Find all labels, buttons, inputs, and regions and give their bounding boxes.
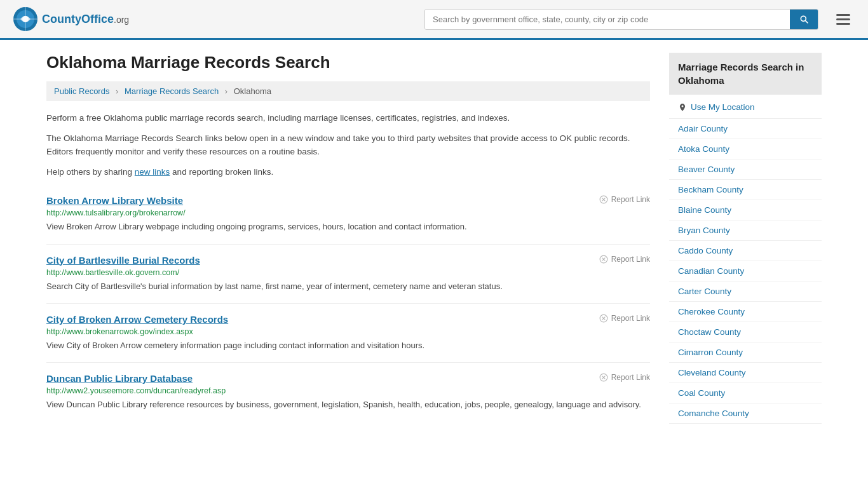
description-3-pre: Help others by sharing bbox=[46, 167, 135, 177]
result-title-2[interactable]: City of Broken Arrow Cemetery Records bbox=[46, 314, 228, 325]
result-item: Duncan Public Library Database Report Li… bbox=[46, 363, 650, 421]
result-header: Broken Arrow Library Website Report Link bbox=[46, 195, 650, 206]
sidebar-county-canadian-county[interactable]: Canadian County bbox=[669, 261, 822, 281]
sidebar-county-carter-county[interactable]: Carter County bbox=[669, 281, 822, 302]
breadcrumb-public-records[interactable]: Public Records bbox=[54, 86, 109, 96]
report-icon-3 bbox=[599, 373, 608, 382]
sidebar-county-choctaw-county[interactable]: Choctaw County bbox=[669, 322, 822, 342]
report-link-0[interactable]: Report Link bbox=[599, 195, 650, 204]
result-desc-3: View Duncan Public Library reference res… bbox=[46, 398, 650, 411]
result-item: Broken Arrow Library Website Report Link… bbox=[46, 185, 650, 244]
description-3-post: and reporting broken links. bbox=[170, 167, 273, 177]
sidebar-county-comanche-county[interactable]: Comanche County bbox=[669, 403, 822, 424]
sidebar-county-blaine-county[interactable]: Blaine County bbox=[669, 200, 822, 220]
breadcrumb-sep-1: › bbox=[116, 86, 118, 96]
sidebar-county-caddo-county[interactable]: Caddo County bbox=[669, 241, 822, 261]
new-links-link[interactable]: new links bbox=[135, 167, 170, 177]
logo-link[interactable]: CountyOffice.org bbox=[13, 6, 129, 32]
menu-button[interactable] bbox=[831, 11, 855, 27]
breadcrumb-current: Oklahoma bbox=[234, 86, 271, 96]
result-url-2[interactable]: http://www.brokenarrowok.gov/index.aspx bbox=[46, 327, 650, 336]
sidebar-county-adair-county[interactable]: Adair County bbox=[669, 119, 822, 139]
sidebar-county-cherokee-county[interactable]: Cherokee County bbox=[669, 302, 822, 322]
result-title-1[interactable]: City of Bartlesville Burial Records bbox=[46, 255, 200, 266]
result-title-3[interactable]: Duncan Public Library Database bbox=[46, 373, 193, 384]
description-2: The Oklahoma Marriage Records Search lin… bbox=[46, 132, 650, 159]
search-icon bbox=[799, 14, 809, 24]
results-container: Broken Arrow Library Website Report Link… bbox=[46, 185, 650, 421]
sidebar: Marriage Records Search in Oklahoma Use … bbox=[669, 53, 822, 424]
report-link-2[interactable]: Report Link bbox=[599, 314, 650, 323]
logo-suffix: .org bbox=[114, 15, 129, 25]
breadcrumb-sep-2: › bbox=[225, 86, 227, 96]
result-title-0[interactable]: Broken Arrow Library Website bbox=[46, 195, 183, 206]
menu-bar-3 bbox=[836, 23, 850, 25]
report-icon-1 bbox=[599, 255, 608, 264]
breadcrumb-marriage-records-search[interactable]: Marriage Records Search bbox=[125, 86, 219, 96]
sidebar-county-coal-county[interactable]: Coal County bbox=[669, 383, 822, 403]
sidebar-county-bryan-county[interactable]: Bryan County bbox=[669, 220, 822, 241]
page-title: Oklahoma Marriage Records Search bbox=[46, 53, 650, 72]
result-desc-2: View City of Broken Arrow cemetery infor… bbox=[46, 339, 650, 352]
result-url-3[interactable]: http://www2.youseemore.com/duncan/readyr… bbox=[46, 386, 650, 395]
use-location-button[interactable]: Use My Location bbox=[669, 96, 822, 119]
result-item: City of Bartlesville Burial Records Repo… bbox=[46, 245, 650, 304]
result-url-1[interactable]: http://www.bartlesville.ok.govern.com/ bbox=[46, 268, 650, 277]
logo-icon bbox=[13, 6, 38, 32]
site-header: CountyOffice.org bbox=[0, 0, 868, 40]
result-item: City of Broken Arrow Cemetery Records Re… bbox=[46, 304, 650, 363]
search-input[interactable] bbox=[425, 10, 790, 29]
sidebar-county-beaver-county[interactable]: Beaver County bbox=[669, 159, 822, 180]
use-location-label: Use My Location bbox=[691, 102, 755, 112]
search-bar bbox=[424, 9, 818, 30]
location-pin-icon bbox=[678, 103, 687, 112]
report-link-3[interactable]: Report Link bbox=[599, 373, 650, 382]
report-icon-2 bbox=[599, 314, 608, 323]
result-header: Duncan Public Library Database Report Li… bbox=[46, 373, 650, 384]
result-header: City of Broken Arrow Cemetery Records Re… bbox=[46, 314, 650, 325]
result-url-0[interactable]: http://www.tulsalibrary.org/brokenarrow/ bbox=[46, 208, 650, 217]
content-area: Oklahoma Marriage Records Search Public … bbox=[46, 53, 650, 424]
sidebar-county-cleveland-county[interactable]: Cleveland County bbox=[669, 363, 822, 383]
sidebar-title: Marriage Records Search in Oklahoma bbox=[669, 53, 822, 95]
result-desc-1: Search City of Bartlesville's burial inf… bbox=[46, 280, 650, 293]
main-container: Oklahoma Marriage Records Search Public … bbox=[34, 40, 834, 437]
report-link-1[interactable]: Report Link bbox=[599, 255, 650, 264]
description-1: Perform a free Oklahoma public marriage … bbox=[46, 111, 650, 125]
sidebar-counties: Adair CountyAtoka CountyBeaver CountyBec… bbox=[669, 119, 822, 424]
result-desc-0: View Broken Arrow Library webpage includ… bbox=[46, 220, 650, 233]
menu-bar-2 bbox=[836, 18, 850, 20]
sidebar-county-beckham-county[interactable]: Beckham County bbox=[669, 180, 822, 200]
logo-text: CountyOffice.org bbox=[42, 13, 129, 26]
breadcrumb: Public Records › Marriage Records Search… bbox=[46, 81, 650, 101]
search-button[interactable] bbox=[790, 10, 818, 29]
report-icon-0 bbox=[599, 195, 608, 204]
sidebar-county-atoka-county[interactable]: Atoka County bbox=[669, 139, 822, 159]
sidebar-county-cimarron-county[interactable]: Cimarron County bbox=[669, 342, 822, 363]
menu-bar-1 bbox=[836, 14, 850, 16]
description-3: Help others by sharing new links and rep… bbox=[46, 165, 650, 179]
result-header: City of Bartlesville Burial Records Repo… bbox=[46, 255, 650, 266]
